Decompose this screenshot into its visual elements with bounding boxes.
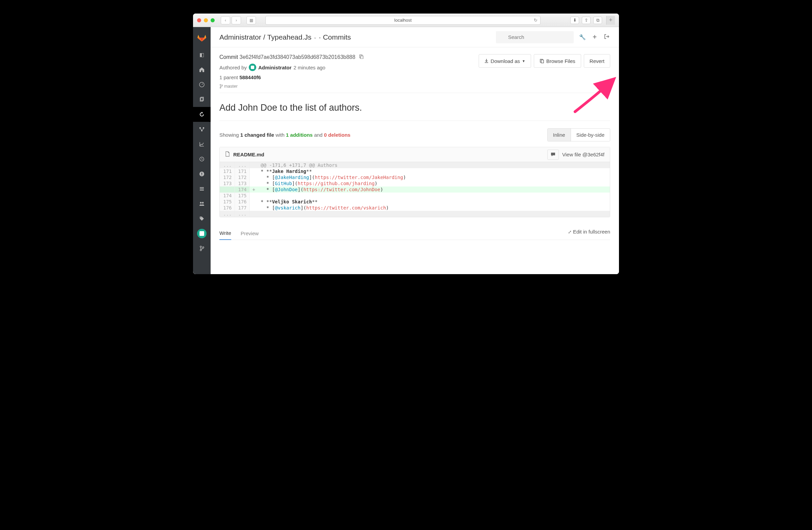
breadcrumb-owner[interactable]: Administrator — [219, 33, 261, 41]
svg-rect-20 — [361, 56, 363, 59]
svg-rect-5 — [201, 130, 203, 131]
author-avatar — [249, 64, 256, 71]
browser-sidebar-toggle[interactable]: ▦ — [246, 16, 256, 24]
svg-rect-11 — [200, 189, 204, 189]
write-tab[interactable]: Write — [219, 227, 231, 240]
commit-hash: 3e62f4fd7ae3fd384073ab598d6873b20163b888 — [240, 54, 356, 60]
edit-fullscreen-link[interactable]: ⤢ Edit in fullscreen — [568, 229, 610, 238]
view-file-link[interactable]: View file @3e62f4f — [562, 152, 605, 157]
logout-icon[interactable] — [604, 34, 610, 41]
svg-rect-4 — [203, 127, 204, 129]
window-minimize[interactable] — [204, 18, 208, 22]
diff-line: 174+ * [@JohnDoe](https://twitter.com/Jo… — [220, 186, 610, 193]
diff-filename[interactable]: README.md — [233, 152, 544, 157]
breadcrumb: Administrator / Typeahead.Js ⌄ · Commits — [219, 33, 491, 41]
user-avatar[interactable] — [193, 226, 211, 241]
browser-forward[interactable]: › — [232, 16, 241, 24]
browser-back[interactable]: ‹ — [221, 16, 230, 24]
chevron-down-icon[interactable]: ⌄ — [314, 35, 317, 40]
revert-button[interactable]: Revert — [584, 54, 610, 68]
diff-line: 171171 * **Jake Harding** — [220, 168, 610, 174]
refresh-icon[interactable]: ↻ — [534, 18, 537, 23]
browse-files-button[interactable]: Browse Files — [534, 54, 581, 68]
diff-line: 174175 — [220, 193, 610, 199]
share-icon[interactable]: ⇧ — [582, 17, 591, 24]
merge-requests-icon[interactable] — [193, 181, 211, 196]
comment-editor-tabs: Write Preview ⤢ Edit in fullscreen — [219, 225, 610, 240]
dashboard-icon[interactable] — [193, 77, 211, 92]
download-button[interactable]: Download as ▼ — [479, 54, 531, 68]
files-icon[interactable] — [193, 92, 211, 107]
diff-line: 176177 * [@vskarich](https://twitter.com… — [220, 205, 610, 211]
preview-tab[interactable]: Preview — [241, 227, 259, 240]
commit-title: Add John Doe to the list of authors. — [219, 102, 610, 113]
svg-point-13 — [200, 202, 202, 204]
downloads-icon[interactable]: ⬇ — [570, 17, 579, 24]
svg-rect-12 — [200, 190, 204, 191]
inline-view-tab[interactable]: Inline — [548, 129, 571, 141]
address-text: localhost — [394, 18, 411, 23]
diff-view-toggle: Inline Side-by-side — [547, 128, 610, 141]
browser-titlebar: ‹ › ▦ localhost ↻ ⬇ ⇧ ⧉ + — [193, 14, 619, 27]
commit-time: 2 minutes ago — [293, 65, 325, 70]
changes-summary: Showing 1 changed file with 1 additions … — [219, 132, 351, 138]
plus-icon[interactable]: + — [591, 33, 598, 41]
new-tab-button[interactable]: + — [606, 16, 615, 25]
window-close[interactable] — [197, 18, 201, 22]
commit-id-line: Commit 3e62f4fd7ae3fd384073ab598d6873b20… — [219, 54, 475, 60]
diff-line: 172172 * [@JakeHarding](https://twitter.… — [220, 174, 610, 180]
search-input[interactable] — [496, 31, 574, 43]
app-sidebar: ◧ — [193, 27, 211, 274]
svg-point-23 — [222, 85, 223, 86]
branch-line: master — [219, 84, 475, 89]
author-line: Authored by Administrator 2 minutes ago — [219, 64, 475, 71]
svg-rect-8 — [202, 172, 202, 174]
svg-rect-9 — [202, 175, 202, 175]
caret-down-icon: ▼ — [522, 59, 525, 63]
network-icon[interactable] — [193, 122, 211, 137]
diff-hunk-header: ......@@ -171,6 +171,7 @@ Authors — [220, 162, 610, 168]
labels-icon[interactable] — [193, 211, 211, 226]
diff-line: 173173 * [GitHub](https://github.com/jha… — [220, 180, 610, 186]
members-icon[interactable] — [193, 196, 211, 211]
milestones-icon[interactable] — [193, 152, 211, 167]
author-name[interactable]: Administrator — [258, 65, 291, 70]
breadcrumb-section[interactable]: Commits — [323, 33, 351, 41]
diff-table: ......@@ -171,6 +171,7 @@ Authors 171171… — [220, 162, 610, 217]
svg-rect-3 — [200, 127, 201, 129]
parent-hash[interactable]: 588440f6 — [240, 74, 261, 80]
page-header: Administrator / Typeahead.Js ⌄ · Commits… — [211, 27, 619, 47]
sidebar-collapse-icon[interactable]: ◧ — [193, 47, 211, 62]
parent-line: 1 parent 588440f6 — [219, 74, 475, 80]
diff-line: 175176 * **Veljko Skarich** — [220, 199, 610, 205]
svg-point-18 — [203, 247, 204, 248]
svg-rect-25 — [541, 60, 543, 63]
history-icon[interactable] — [193, 107, 211, 122]
diff-file: README.md View file @3e62f4f ......@@ -1… — [219, 147, 610, 217]
wrench-icon[interactable]: 🔧 — [579, 34, 586, 40]
breadcrumb-project[interactable]: Typeahead.Js — [267, 33, 312, 41]
tabs-icon[interactable]: ⧉ — [593, 17, 602, 24]
branch-name[interactable]: master — [224, 84, 238, 89]
svg-point-15 — [201, 217, 201, 218]
copy-icon[interactable] — [359, 55, 364, 60]
side-by-side-view-tab[interactable]: Side-by-side — [571, 129, 610, 141]
svg-point-16 — [200, 246, 202, 247]
svg-point-21 — [220, 84, 221, 85]
svg-rect-10 — [200, 187, 204, 188]
home-icon[interactable] — [193, 62, 211, 77]
svg-point-22 — [220, 87, 221, 88]
issues-icon[interactable] — [193, 167, 211, 181]
svg-point-14 — [202, 202, 204, 204]
graph-icon[interactable] — [193, 137, 211, 152]
window-maximize[interactable] — [211, 18, 215, 22]
main-content: Administrator / Typeahead.Js ⌄ · Commits… — [211, 27, 619, 274]
comment-icon[interactable] — [547, 150, 559, 160]
gitlab-logo[interactable] — [193, 27, 211, 47]
file-icon — [225, 151, 230, 158]
svg-point-17 — [200, 249, 202, 251]
address-bar[interactable]: localhost ↻ — [265, 16, 540, 25]
branch-icon[interactable] — [193, 241, 211, 256]
